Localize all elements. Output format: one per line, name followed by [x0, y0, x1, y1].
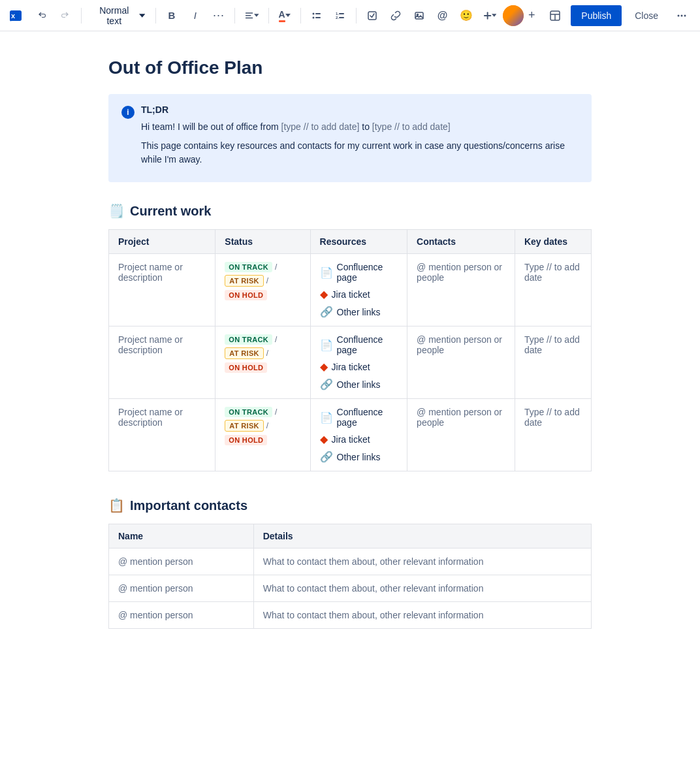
logo[interactable]: x — [8, 8, 24, 24]
key-dates-cell[interactable]: Type // to add date — [515, 254, 591, 326]
important-contacts-heading: 📋 Important contacts — [108, 498, 592, 513]
on-hold-badge[interactable]: ON HOLD — [225, 435, 267, 445]
info-placeholder1[interactable]: [type // to add date] — [281, 121, 360, 132]
other-links[interactable]: 🔗Other links — [320, 451, 398, 463]
contacts-row: @ mention personWhat to contact them abo… — [109, 602, 592, 629]
resources-cell: 📄Confluence page◆Jira ticket🔗Other links — [310, 326, 407, 399]
link-button[interactable] — [385, 5, 406, 26]
jira-link[interactable]: ◆Jira ticket — [320, 433, 398, 445]
svg-text:x: x — [11, 12, 16, 20]
contacts-row: @ mention personWhat to contact them abo… — [109, 548, 592, 575]
contact-details[interactable]: What to contact them about, other releva… — [253, 548, 591, 575]
contact-name[interactable]: @ mention person — [109, 575, 254, 602]
confluence-link[interactable]: 📄Confluence page — [320, 407, 398, 428]
current-work-emoji: 🗒️ — [108, 203, 125, 219]
task-button[interactable] — [362, 5, 383, 26]
more-formatting-button[interactable]: ··· — [208, 5, 229, 26]
svg-point-14 — [417, 14, 418, 15]
contacts-cell[interactable]: @ mention person or people — [407, 399, 515, 471]
status-cell: ON TRACK/AT RISK/ON HOLD — [215, 399, 310, 471]
col-details: Details — [253, 524, 591, 548]
status-cell: ON TRACK/AT RISK/ON HOLD — [215, 254, 310, 326]
table-row: Project name or descriptionON TRACK/AT R… — [109, 326, 592, 399]
other-links[interactable]: 🔗Other links — [320, 306, 398, 318]
contact-name[interactable]: @ mention person — [109, 548, 254, 575]
svg-point-21 — [681, 14, 683, 16]
bold-button[interactable]: B — [161, 5, 182, 26]
svg-text:2.: 2. — [336, 16, 339, 20]
toolbar-right: + Publish Close — [503, 5, 692, 26]
info-box-title: TL;DR — [141, 104, 579, 115]
svg-rect-1 — [246, 12, 253, 13]
undo-button[interactable] — [31, 5, 52, 26]
other-links[interactable]: 🔗Other links — [320, 378, 398, 390]
mention-button[interactable]: @ — [432, 5, 453, 26]
template-button[interactable] — [545, 5, 565, 26]
col-resources: Resources — [310, 230, 407, 254]
on-track-badge[interactable]: ON TRACK — [225, 334, 272, 345]
current-work-table: Project Status Resources Contacts Key da… — [108, 229, 592, 471]
on-hold-badge[interactable]: ON HOLD — [225, 362, 267, 373]
jira-link[interactable]: ◆Jira ticket — [320, 360, 398, 373]
contacts-header-row: Name Details — [109, 524, 592, 548]
at-risk-badge[interactable]: AT RISK — [225, 420, 264, 432]
contacts-cell[interactable]: @ mention person or people — [407, 326, 515, 399]
text-color-button[interactable]: A — [274, 5, 295, 26]
current-work-table-head: Project Status Resources Contacts Key da… — [109, 230, 592, 254]
table-row: Project name or descriptionON TRACK/AT R… — [109, 399, 592, 471]
col-contacts: Contacts — [407, 230, 515, 254]
text-style-dropdown[interactable]: Normal text — [87, 5, 150, 26]
key-dates-cell[interactable]: Type // to add date — [515, 399, 591, 471]
add-collaborator-button[interactable]: + — [524, 5, 539, 26]
image-button[interactable] — [409, 5, 430, 26]
toolbar-divider-1 — [81, 8, 82, 24]
contact-details[interactable]: What to contact them about, other releva… — [253, 602, 591, 629]
info-box: i TL;DR Hi team! I will be out of office… — [108, 94, 592, 182]
bullet-list-button[interactable] — [306, 5, 327, 26]
svg-rect-9 — [339, 13, 344, 14]
jira-link[interactable]: ◆Jira ticket — [320, 288, 398, 300]
info-placeholder2[interactable]: [type // to add date] — [372, 121, 451, 132]
project-cell[interactable]: Project name or description — [109, 399, 215, 471]
on-track-badge[interactable]: ON TRACK — [225, 262, 272, 272]
current-work-heading: 🗒️ Current work — [108, 203, 592, 219]
info-icon: i — [121, 106, 135, 119]
col-project: Project — [109, 230, 215, 254]
close-button[interactable]: Close — [627, 5, 666, 26]
toolbar: x Normal text B I ··· A — [0, 0, 700, 31]
info-line1-mid: to — [359, 121, 372, 132]
status-cell: ON TRACK/AT RISK/ON HOLD — [215, 326, 310, 399]
contact-details[interactable]: What to contact them about, other releva… — [253, 575, 591, 602]
project-cell[interactable]: Project name or description — [109, 254, 215, 326]
confluence-link[interactable]: 📄Confluence page — [320, 334, 398, 355]
insert-button[interactable] — [479, 5, 501, 26]
text-style-label: Normal text — [92, 5, 136, 26]
on-track-badge[interactable]: ON TRACK — [225, 407, 272, 417]
svg-rect-12 — [368, 12, 376, 20]
contact-name[interactable]: @ mention person — [109, 602, 254, 629]
toolbar-divider-3 — [234, 8, 235, 24]
resources-cell: 📄Confluence page◆Jira ticket🔗Other links — [310, 254, 407, 326]
toolbar-divider-6 — [356, 8, 357, 24]
more-options-button[interactable] — [671, 5, 692, 26]
project-cell[interactable]: Project name or description — [109, 326, 215, 399]
at-risk-badge[interactable]: AT RISK — [225, 347, 264, 359]
at-risk-badge[interactable]: AT RISK — [225, 275, 264, 287]
toolbar-divider-2 — [155, 8, 156, 24]
svg-rect-5 — [315, 13, 321, 14]
numbered-list-button[interactable]: 1. 2. — [330, 5, 351, 26]
emoji-button[interactable]: 🙂 — [456, 5, 477, 26]
publish-button[interactable]: Publish — [571, 5, 622, 26]
key-dates-cell[interactable]: Type // to add date — [515, 326, 591, 399]
on-hold-badge[interactable]: ON HOLD — [225, 290, 267, 300]
avatar[interactable] — [503, 5, 524, 26]
contacts-row: @ mention personWhat to contact them abo… — [109, 575, 592, 602]
confluence-link[interactable]: 📄Confluence page — [320, 262, 398, 283]
redo-button[interactable] — [55, 5, 76, 26]
page-title[interactable]: Out of Office Plan — [108, 57, 592, 78]
italic-button[interactable]: I — [185, 5, 206, 26]
alignment-button[interactable] — [240, 5, 263, 26]
table-row: Project name or descriptionON TRACK/AT R… — [109, 254, 592, 326]
contacts-cell[interactable]: @ mention person or people — [407, 254, 515, 326]
page-content: Out of Office Plan i TL;DR Hi team! I wi… — [69, 31, 631, 681]
